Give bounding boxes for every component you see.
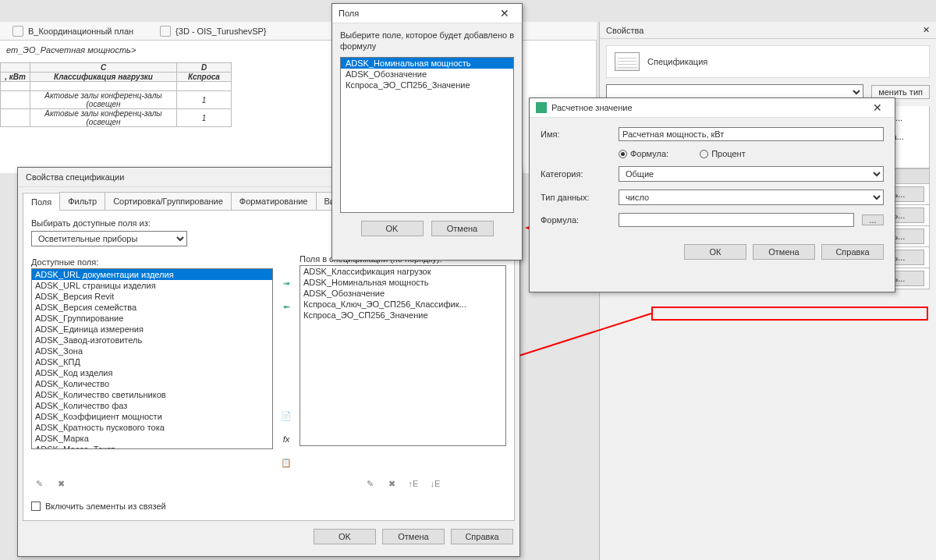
list-item[interactable]: ADSK_URL документации изделия xyxy=(32,269,272,280)
help-button[interactable]: Справка xyxy=(821,244,884,260)
remove-button[interactable]: ➟ xyxy=(278,298,295,315)
list-item[interactable]: ADSK_Коэффициент мощности xyxy=(32,411,272,422)
list-item[interactable]: ADSK_Количество xyxy=(32,378,272,389)
ok-button[interactable]: OK xyxy=(361,221,424,236)
ok-button[interactable]: ОК xyxy=(684,244,746,260)
list-item[interactable]: ADSK_URL страницы изделия xyxy=(32,280,272,291)
tab-fields[interactable]: Поля xyxy=(23,193,60,211)
delete2-icon[interactable]: ✖ xyxy=(384,479,399,489)
formula-browse-button[interactable]: ... xyxy=(862,214,884,225)
list-item[interactable]: ADSK_Количество фаз xyxy=(32,400,272,411)
tab-coord-plan[interactable]: В_Координационный план xyxy=(5,26,141,37)
calculated-value-dialog: Расчетное значение✕ Имя: Формула: Процен… xyxy=(529,97,895,292)
hint-text: Выберите поле, которое будет добавлено в… xyxy=(340,30,514,52)
tab-sorting[interactable]: Сортировка/Группирование xyxy=(105,192,232,210)
list-item[interactable]: ADSK_Кратность пускового тока xyxy=(32,422,272,433)
list-item[interactable]: ADSK_КПД xyxy=(32,356,272,367)
category-select[interactable]: Общие xyxy=(619,166,884,182)
list-item[interactable]: ADSK_Номинальная мощность xyxy=(300,277,505,288)
list-item[interactable]: ADSK_Единица измерения xyxy=(32,324,272,335)
name-input[interactable] xyxy=(619,127,884,141)
radio-formula[interactable]: Формула: xyxy=(619,149,668,158)
close-icon[interactable]: ✕ xyxy=(494,7,516,19)
edit2-icon[interactable]: ✎ xyxy=(362,479,378,489)
tab-formatting[interactable]: Форматирование xyxy=(231,192,317,210)
list-item[interactable]: ADSK_Завод-изготовитель xyxy=(32,335,272,346)
include-links-checkbox[interactable]: Включить элементы из связей xyxy=(31,502,166,511)
list-item[interactable]: ADSK_Зона xyxy=(32,346,272,356)
help-button[interactable]: Справка xyxy=(451,529,513,544)
formula-fields-list[interactable]: ADSK_Номинальная мощность ADSK_Обозначен… xyxy=(340,57,514,213)
calculated-value-button[interactable]: fx xyxy=(278,431,295,448)
close-icon[interactable]: ✕ xyxy=(923,25,930,35)
type-selector-card[interactable]: Спецификация xyxy=(606,45,930,78)
list-item[interactable]: ADSK_Версия Revit xyxy=(32,291,272,302)
new-param-button[interactable]: 📄 xyxy=(278,407,295,424)
fields-dialog: Поля✕ Выберите поле, которое будет добав… xyxy=(332,3,523,261)
cancel-button[interactable]: Отмена xyxy=(382,529,445,544)
list-item[interactable]: ADSK_Марка xyxy=(32,433,272,444)
list-item[interactable]: ADSK_Версия семейства xyxy=(32,302,272,313)
tab-3d[interactable]: {3D - OIS_TurushevSP} xyxy=(152,26,274,37)
list-item[interactable]: Кспроса_Ключ_ЭО_СП256_Классифик... xyxy=(300,299,505,310)
list-item[interactable]: ADSK_Код изделия xyxy=(32,367,272,378)
plan-icon xyxy=(12,26,23,37)
scheduled-fields-list[interactable]: ADSK_Классификация нагрузокADSK_Номиналь… xyxy=(300,265,506,446)
tab-filter[interactable]: Фильтр xyxy=(59,192,105,210)
moveup-icon[interactable]: ↑E xyxy=(406,479,421,489)
list-item[interactable]: ADSK_Количество светильников xyxy=(32,389,272,400)
add-button[interactable]: ➟ xyxy=(278,275,295,292)
schedule-icon xyxy=(615,52,640,71)
available-fields-list[interactable]: ADSK_URL документации изделияADSK_URL ст… xyxy=(31,268,273,449)
list-item[interactable]: Кспроса_ЭО_СП256_Значение xyxy=(341,80,513,90)
list-item[interactable]: ADSK_Группирование xyxy=(32,313,272,324)
list-item[interactable]: ADSK_Масса_Текст xyxy=(32,444,272,449)
dialog-icon xyxy=(536,102,547,113)
cancel-button[interactable]: Отмена xyxy=(753,244,815,260)
list-item[interactable]: ADSK_Обозначение xyxy=(300,288,505,299)
combine-button[interactable]: 📋 xyxy=(278,454,295,471)
radio-percent[interactable]: Процент xyxy=(700,149,746,158)
ok-button[interactable]: OK xyxy=(314,529,376,544)
datatype-select[interactable]: число xyxy=(619,190,884,205)
list-item[interactable]: Кспроса_ЭО_СП256_Значение xyxy=(300,310,505,321)
cancel-button[interactable]: Отмена xyxy=(431,221,494,236)
3d-icon xyxy=(160,26,171,37)
list-item[interactable]: ADSK_Номинальная мощность xyxy=(341,58,513,69)
formula-input[interactable] xyxy=(619,213,854,227)
discipline-select[interactable]: Осветительные приборы xyxy=(31,231,187,246)
movedown-icon[interactable]: ↓E xyxy=(427,479,443,489)
list-item[interactable]: ADSK_Классификация нагрузок xyxy=(300,266,505,277)
delete-icon[interactable]: ✖ xyxy=(53,479,69,489)
props-title: Свойства xyxy=(606,26,644,35)
close-icon[interactable]: ✕ xyxy=(867,101,888,114)
list-item[interactable]: ADSK_Обозначение xyxy=(341,69,513,80)
edit-icon[interactable]: ✎ xyxy=(31,479,47,489)
schedule-table[interactable]: CD , кВтКлассификация нагрузкиКспроса Ак… xyxy=(0,62,232,127)
